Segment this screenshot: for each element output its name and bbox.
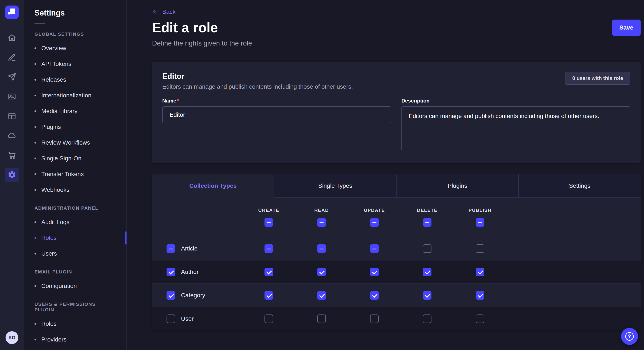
permission-checkbox[interactable] bbox=[423, 268, 432, 276]
sidebar-item-media-library[interactable]: Media Library bbox=[24, 103, 126, 119]
sidebar-item-configuration[interactable]: Configuration bbox=[24, 278, 126, 294]
tab-settings[interactable]: Settings bbox=[518, 174, 640, 197]
sidebar-item-plugins[interactable]: Plugins bbox=[24, 119, 126, 135]
permission-checkbox[interactable] bbox=[423, 315, 432, 323]
users-with-role-badge[interactable]: 0 users with this role bbox=[565, 72, 630, 85]
role-name-input[interactable] bbox=[162, 106, 391, 123]
sidebar-item-label: Overview bbox=[41, 45, 66, 52]
permission-checkbox[interactable] bbox=[370, 315, 379, 323]
bullet-icon bbox=[34, 253, 36, 255]
permission-checkbox[interactable] bbox=[317, 244, 326, 253]
sidebar-item-review-workflows[interactable]: Review Workflows bbox=[24, 135, 126, 151]
sidebar-item-label: Webhooks bbox=[41, 186, 70, 193]
permission-checkbox[interactable] bbox=[423, 244, 432, 253]
column-header-create: CREATE bbox=[258, 207, 279, 213]
permission-checkbox[interactable] bbox=[264, 315, 273, 323]
select-all-read-checkbox[interactable] bbox=[317, 218, 326, 227]
nav-media-library[interactable] bbox=[5, 90, 19, 103]
nav-marketplace[interactable] bbox=[5, 149, 19, 162]
back-label: Back bbox=[162, 8, 176, 15]
bullet-icon bbox=[34, 158, 36, 159]
select-all-publish-checkbox[interactable] bbox=[476, 218, 484, 227]
permission-checkbox[interactable] bbox=[423, 291, 432, 300]
permission-checkbox[interactable] bbox=[317, 268, 326, 276]
section-label-users-permissions-plugin: USERS & PERMISSIONS PLUGIN bbox=[34, 302, 116, 313]
sidebar-item-single-sign-on[interactable]: Single Sign-On bbox=[24, 151, 126, 166]
sidebar-item-label: Roles bbox=[41, 321, 57, 327]
nav-cloud[interactable] bbox=[5, 129, 19, 143]
tab-collection-types[interactable]: Collection Types bbox=[152, 174, 274, 197]
select-all-delete-checkbox[interactable] bbox=[423, 218, 432, 227]
sidebar-item-users[interactable]: Users bbox=[24, 246, 126, 262]
main-content: Back Edit a role Save Define the rights … bbox=[127, 0, 644, 350]
row-checkbox[interactable] bbox=[166, 315, 175, 323]
permission-checkbox[interactable] bbox=[476, 315, 484, 323]
sidebar-item-releases[interactable]: Releases bbox=[24, 72, 126, 88]
row-checkbox[interactable] bbox=[166, 244, 175, 253]
home-icon bbox=[8, 34, 16, 42]
content-type-builder-icon bbox=[8, 53, 16, 62]
bullet-icon bbox=[34, 173, 36, 175]
sidebar-item-api-tokens[interactable]: API Tokens bbox=[24, 56, 126, 72]
user-avatar[interactable]: KD bbox=[6, 331, 18, 344]
permission-row-article: Article bbox=[152, 237, 640, 260]
sidebar-item-audit-logs[interactable]: Audit Logs bbox=[24, 214, 126, 230]
sidebar-item-label: API Tokens bbox=[41, 61, 71, 67]
media-library-icon bbox=[8, 92, 16, 101]
permission-checkbox[interactable] bbox=[476, 268, 484, 276]
sidebar-item-label: Plugins bbox=[41, 124, 61, 130]
permission-checkbox[interactable] bbox=[317, 291, 326, 300]
sidebar-item-label: Audit Logs bbox=[41, 219, 70, 226]
back-link[interactable]: Back bbox=[152, 8, 176, 15]
sidebar-item-webhooks[interactable]: Webhooks bbox=[24, 182, 126, 198]
select-all-create-checkbox[interactable] bbox=[264, 218, 273, 227]
section-label-email-plugin: EMAIL PLUGIN bbox=[34, 269, 116, 275]
bullet-icon bbox=[34, 126, 36, 128]
sidebar-item-label: Configuration bbox=[41, 283, 77, 289]
nav-home[interactable] bbox=[5, 31, 19, 45]
sidebar-item-admin-roles[interactable]: Roles bbox=[24, 230, 126, 246]
role-description-text: Editors can manage and publish contents … bbox=[162, 83, 353, 90]
bullet-icon bbox=[34, 63, 36, 65]
permission-checkbox[interactable] bbox=[317, 315, 326, 323]
required-mark: * bbox=[177, 98, 179, 104]
role-description-input[interactable]: Editors can manage and publish contents … bbox=[402, 106, 630, 151]
sidebar-item-up-roles[interactable]: Roles bbox=[24, 316, 126, 332]
permission-checkbox[interactable] bbox=[264, 268, 273, 276]
help-button[interactable]: ? bbox=[621, 328, 638, 345]
permissions-tabs: Collection Types Single Types Plugins Se… bbox=[152, 174, 640, 197]
tab-single-types[interactable]: Single Types bbox=[274, 174, 396, 197]
select-all-update-checkbox[interactable] bbox=[370, 218, 379, 227]
permission-checkbox[interactable] bbox=[370, 244, 379, 253]
permissions-table: CREATE READ UPDATE DELETE bbox=[152, 197, 640, 330]
nav-settings[interactable] bbox=[5, 168, 19, 181]
nav-content-type-builder[interactable] bbox=[5, 51, 19, 64]
tab-plugins[interactable]: Plugins bbox=[396, 174, 518, 197]
column-header-update: UPDATE bbox=[364, 207, 385, 213]
help-icon: ? bbox=[625, 332, 634, 341]
sidebar-item-providers[interactable]: Providers bbox=[24, 332, 126, 348]
strapi-logo[interactable] bbox=[5, 5, 19, 19]
permission-checkbox[interactable] bbox=[370, 291, 379, 300]
cloud-icon bbox=[8, 131, 16, 140]
permission-checkbox[interactable] bbox=[264, 244, 273, 253]
save-button[interactable]: Save bbox=[612, 19, 640, 36]
nav-deploy[interactable] bbox=[5, 70, 19, 84]
row-checkbox[interactable] bbox=[166, 268, 175, 276]
sidebar-item-label: Users bbox=[41, 250, 57, 257]
section-label-administration-panel: ADMINISTRATION PANEL bbox=[34, 205, 116, 211]
content-manager-icon bbox=[8, 112, 16, 120]
sidebar-item-transfer-tokens[interactable]: Transfer Tokens bbox=[24, 166, 126, 182]
bullet-icon bbox=[34, 142, 36, 144]
permission-checkbox[interactable] bbox=[264, 291, 273, 300]
sidebar-item-overview[interactable]: Overview bbox=[24, 40, 126, 56]
nav-content-manager[interactable] bbox=[5, 109, 19, 123]
bullet-icon bbox=[34, 237, 36, 239]
sidebar-item-label: Releases bbox=[41, 76, 66, 83]
permission-checkbox[interactable] bbox=[476, 291, 484, 300]
permission-checkbox[interactable] bbox=[370, 268, 379, 276]
sidebar-title: Settings bbox=[34, 8, 116, 17]
sidebar-item-internationalization[interactable]: Internationalization bbox=[24, 88, 126, 103]
permission-checkbox[interactable] bbox=[476, 244, 484, 253]
row-checkbox[interactable] bbox=[166, 291, 175, 300]
